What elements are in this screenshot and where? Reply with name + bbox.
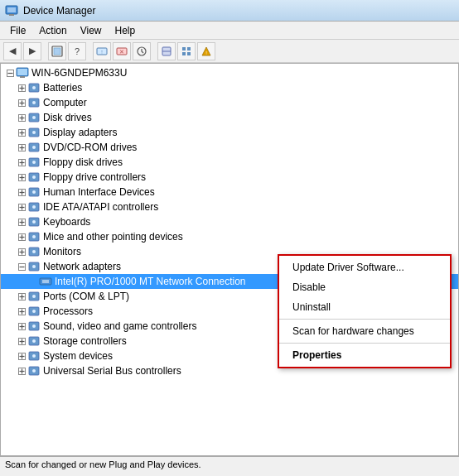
expand-icon[interactable] [16, 231, 27, 243]
expand-icon[interactable] [16, 261, 27, 272]
node-label: Display adapters [43, 127, 117, 138]
extra2-button[interactable] [177, 42, 196, 60]
update-drivers-button[interactable]: ↑ [93, 42, 111, 60]
app-icon [5, 4, 18, 17]
title-bar: Device Manager [0, 0, 459, 22]
menu-view[interactable]: View [74, 23, 109, 38]
node-label: DVD/CD-ROM drives [43, 142, 137, 153]
svg-point-42 [32, 131, 36, 134]
node-label: System devices [43, 350, 113, 362]
svg-point-37 [32, 116, 36, 119]
expand-icon[interactable] [16, 305, 27, 317]
svg-point-72 [32, 220, 36, 224]
device-icon [27, 185, 41, 199]
expand-icon[interactable] [16, 112, 27, 123]
expand-icon[interactable] [16, 142, 27, 153]
ctx-scan[interactable]: Scan for hardware changes [279, 321, 450, 341]
node-label: Universal Serial Bus controllers [43, 365, 181, 377]
expand-icon[interactable] [16, 156, 27, 168]
extra3-button[interactable]: ! [197, 42, 215, 60]
node-label: Floppy drive controllers [43, 171, 146, 183]
tree-node[interactable]: DVD/CD-ROM drives [1, 140, 458, 155]
tree-node[interactable]: Batteries [1, 80, 458, 95]
svg-point-99 [32, 310, 36, 313]
device-icon [27, 245, 41, 258]
device-icon [27, 320, 41, 333]
menu-help[interactable]: Help [109, 23, 143, 38]
expand-icon[interactable] [16, 291, 27, 302]
device-icon [27, 305, 41, 318]
device-icon [27, 290, 41, 303]
expand-icon[interactable] [16, 186, 27, 198]
svg-rect-13 [187, 47, 191, 50]
menu-separator [279, 319, 450, 320]
back-button[interactable]: ◀ [3, 42, 22, 60]
uninstall-button[interactable]: ✕ [113, 42, 131, 60]
svg-rect-14 [182, 52, 186, 55]
device-icon [27, 156, 41, 169]
device-icon [27, 96, 41, 109]
expand-icon [27, 276, 39, 287]
node-label: Floppy disk drives [43, 156, 123, 168]
svg-rect-22 [20, 76, 25, 78]
svg-rect-2 [9, 14, 14, 16]
tree-node[interactable]: WIN-6GNDEPM633U [1, 65, 458, 80]
node-label: Intel(R) PRO/1000 MT Network Connection [55, 276, 246, 287]
svg-rect-12 [182, 47, 186, 50]
network-icon [39, 275, 52, 288]
expand-icon[interactable] [16, 365, 27, 377]
expand-icon[interactable] [16, 171, 27, 183]
computer-icon [16, 66, 29, 79]
device-icon [27, 81, 41, 94]
svg-point-114 [32, 354, 36, 358]
svg-rect-4 [54, 48, 60, 55]
svg-point-57 [32, 175, 36, 179]
forward-button[interactable]: ▶ [23, 42, 41, 60]
device-icon [27, 260, 41, 273]
device-icon [27, 349, 41, 363]
tree-node[interactable]: Display adapters [1, 125, 458, 140]
node-label: Network adapters [43, 261, 121, 272]
expand-icon[interactable] [16, 201, 27, 213]
menu-file[interactable]: File [3, 23, 32, 38]
expand-icon[interactable] [16, 350, 27, 362]
tree-node[interactable]: Disk drives [1, 110, 458, 125]
expand-icon[interactable] [16, 335, 27, 347]
expand-icon[interactable] [16, 246, 27, 257]
svg-rect-21 [17, 69, 27, 75]
help-button[interactable]: ? [68, 42, 86, 60]
node-label: Storage controllers [43, 335, 127, 347]
tree-node[interactable]: Floppy disk drives [1, 155, 458, 170]
properties-button[interactable] [48, 42, 66, 60]
expand-icon[interactable] [16, 127, 27, 138]
extra1-button[interactable] [157, 42, 176, 60]
node-label: Ports (COM & LPT) [43, 291, 129, 302]
expand-icon[interactable] [16, 82, 27, 94]
expand-icon[interactable] [4, 67, 16, 79]
expand-icon[interactable] [16, 216, 27, 228]
tree-node[interactable]: Mice and other pointing devices [1, 229, 458, 244]
ctx-disable[interactable]: Disable [279, 277, 450, 297]
ctx-uninstall[interactable]: Uninstall [279, 297, 450, 317]
svg-point-119 [32, 369, 36, 373]
ctx-properties[interactable]: Properties [279, 345, 450, 365]
tree-node[interactable]: IDE ATA/ATAPI controllers [1, 200, 458, 214]
expand-icon[interactable] [16, 320, 27, 332]
node-label: Sound, video and game controllers [43, 320, 196, 332]
svg-rect-1 [7, 7, 16, 12]
ctx-update[interactable]: Update Driver Software... [279, 257, 450, 277]
menu-action[interactable]: Action [32, 23, 73, 38]
tree-node[interactable]: Human Interface Devices [1, 185, 458, 200]
svg-point-86 [32, 265, 36, 268]
node-label: Keyboards [43, 216, 90, 228]
svg-point-47 [32, 146, 36, 149]
node-label: IDE ATA/ATAPI controllers [43, 201, 158, 213]
device-icon [27, 215, 41, 228]
main-area: WIN-6GNDEPM633UBatteriesComputerDisk dri… [0, 63, 459, 456]
scan-hardware-button[interactable] [133, 42, 151, 60]
tree-node[interactable]: Keyboards [1, 214, 458, 229]
tree-node[interactable]: Floppy drive controllers [1, 170, 458, 185]
expand-icon[interactable] [16, 97, 27, 108]
tree-node[interactable]: Computer [1, 95, 458, 110]
device-icon [27, 141, 41, 154]
